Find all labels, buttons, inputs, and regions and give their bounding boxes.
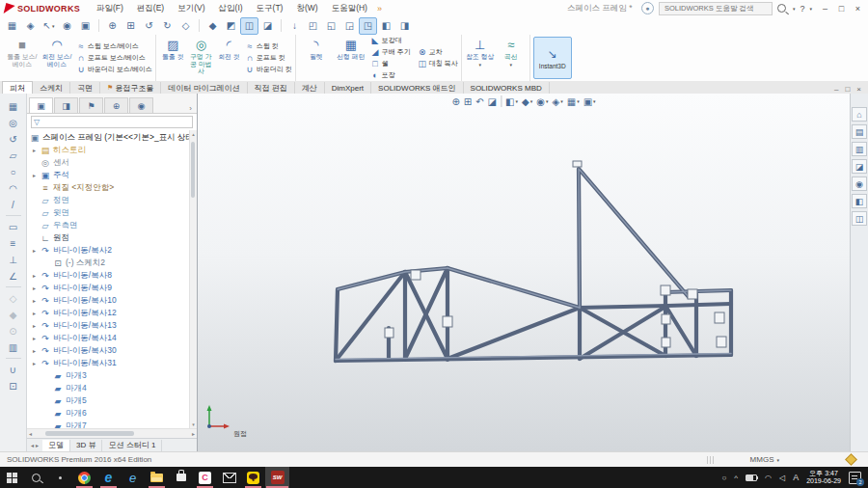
search-button[interactable] [24, 467, 48, 488]
sketch-icon[interactable]: ▦ [5, 98, 22, 114]
mirror-entities-icon[interactable]: ▥ [5, 339, 22, 355]
expand-arrow-icon[interactable]: ▸ [31, 297, 38, 304]
task-view-button[interactable] [48, 467, 72, 488]
design-library-icon[interactable]: ▤ [852, 124, 867, 139]
command-tab[interactable]: DimXpert [325, 82, 371, 94]
tree-horizontal-scrollbar[interactable]: ◂ ▸ [27, 428, 197, 438]
command-tab[interactable]: 곡면 [70, 82, 100, 94]
angle-dimension-icon[interactable]: ∠ [5, 268, 22, 284]
menu-pin-icon[interactable]: » [377, 4, 382, 14]
solidworks-forum-icon[interactable]: ◫ [852, 211, 867, 226]
tree-item[interactable]: ▰ 마개3 [27, 369, 197, 382]
model-viewport[interactable] [198, 94, 850, 451]
scrollbar-thumb[interactable] [191, 142, 195, 198]
wireframe-icon[interactable]: ◇▾ [176, 17, 195, 35]
ribbon-big-button[interactable]: ■돌출 보스/베이스 [5, 36, 40, 80]
zoom-area-icon[interactable]: ⊞▾ [122, 17, 140, 35]
ribbon-big-button[interactable]: ▨돌출 컷 [159, 36, 187, 80]
ribbon-big-button[interactable]: ◠회전 보스/베이스 [40, 36, 74, 80]
open-document-icon[interactable]: ◈▾ [21, 17, 40, 35]
menu-item[interactable]: 도움말(H) [325, 2, 374, 15]
tree-item[interactable]: ▸ ↷ 바디-이동/복사31 [27, 357, 197, 369]
tree-item[interactable]: ▸ ↷ 바디-이동/복사14 [27, 332, 197, 344]
bottom-tab[interactable]: 3D 뷰 [70, 440, 102, 451]
ribbon-small-button[interactable]: ⊗교차 [418, 47, 458, 57]
help-caret-icon[interactable]: ▾ [809, 6, 812, 12]
help-search-box[interactable] [659, 2, 773, 15]
menu-item[interactable]: 창(W) [289, 2, 324, 15]
text-tool-icon[interactable]: ⊡ [5, 378, 22, 393]
scroll-right-icon[interactable]: ▸ [192, 430, 195, 437]
custom-properties-icon[interactable]: ◧ [852, 194, 867, 208]
tree-item[interactable]: ▱ 우측면 [27, 219, 197, 231]
command-tab[interactable]: 직접 편집 [248, 82, 295, 94]
custom-properties-tag-icon[interactable] [845, 453, 857, 466]
ribbon-small-button[interactable]: ∪바운더리 보스/베이스 [76, 65, 152, 74]
view-front-icon[interactable]: ◰▾ [304, 17, 322, 35]
solidworks-taskbar-icon[interactable]: SW [265, 467, 289, 488]
ribbon-big-button[interactable]: ⊥참조 형상▾ [465, 36, 496, 80]
view-normal-to-icon[interactable]: ↓▾ [285, 17, 304, 35]
ribbon-big-button[interactable]: ◎구멍 가공 마법사 [187, 36, 215, 80]
c-app-icon[interactable]: C [193, 467, 217, 488]
ribbon-small-button[interactable]: ≈스윕 컷 [245, 41, 292, 51]
expand-arrow-icon[interactable]: ▸ [31, 285, 38, 291]
arc-tool-icon[interactable]: ◠ [5, 180, 22, 196]
graphics-area[interactable]: ⊕▾⊞▾↶▾◪▾◧▾◆▾◉▾◈▾▦▾▣▾ [198, 94, 850, 451]
tree-item[interactable]: ▸ ↷ 바디-이동/복사30 [27, 344, 197, 357]
tree-item[interactable]: ▱ 정면 [27, 194, 197, 206]
display-manager-tab[interactable]: ◉ [129, 97, 153, 113]
circle-tool-icon[interactable]: ○ [5, 164, 22, 179]
tree-item[interactable]: ▸ ↷ 바디-이동/복사8 [27, 269, 197, 282]
close-button[interactable]: × [850, 1, 866, 15]
menu-item[interactable]: 삽입(I) [212, 2, 250, 15]
maximize-button[interactable]: □ [833, 1, 850, 15]
linear-pattern-icon[interactable]: ≡ [5, 235, 22, 251]
ribbon-big-button[interactable]: ≈곡선▾ [496, 36, 527, 80]
tree-vertical-scrollbar[interactable]: ▴ ▾ [189, 130, 197, 428]
menu-item[interactable]: 도구(T) [250, 2, 290, 15]
scroll-up-icon[interactable]: ▴ [190, 131, 197, 137]
appearances-scenes-icon[interactable]: ◉ [852, 176, 867, 191]
select-tool-icon[interactable]: ↖▾ [40, 17, 58, 35]
smart-dimension-icon[interactable]: ◎ [5, 115, 22, 130]
spline-tool-icon[interactable]: ∪ [5, 362, 22, 377]
expand-arrow-icon[interactable]: ▸ [31, 247, 38, 254]
tree-item[interactable]: ≡ 재질 <지정안함> [27, 181, 197, 194]
expand-arrow-icon[interactable]: ▸ [31, 272, 38, 279]
taskbar-clock[interactable]: 오후 3:47 2019-06-29 [806, 470, 841, 485]
shaded-icon[interactable]: ◆▾ [203, 17, 222, 35]
ribbon-small-button[interactable]: ◫대칭 복사 [418, 59, 458, 68]
expand-arrow-icon[interactable]: ▸ [31, 172, 38, 178]
rectangle-tool-icon[interactable]: ▭ [5, 219, 22, 234]
tree-item[interactable]: ⊡ (-) 스케치2 [27, 257, 197, 269]
chevron-right-icon[interactable]: › [186, 104, 195, 113]
ime-indicator[interactable]: A [793, 473, 799, 482]
login-icon[interactable]: ● [641, 2, 654, 14]
view-left-icon[interactable]: ◲▾ [340, 17, 359, 35]
ribbon-small-button[interactable]: ≈스윕 보스/베이스 [76, 41, 152, 51]
expand-arrow-icon[interactable]: ▸ [31, 147, 38, 153]
hidden-icons-chevron[interactable]: ^ [734, 474, 738, 482]
rotate-view-icon[interactable]: ↻▾ [158, 17, 176, 35]
tree-item[interactable]: ▸ ▤ 히스토리 [27, 144, 197, 156]
tree-item[interactable]: ▸ ↷ 바디-이동/복사12 [27, 307, 197, 319]
ribbon-small-button[interactable]: ◣보강대 [370, 36, 411, 45]
battery-icon[interactable] [746, 474, 757, 481]
ribbon-small-button[interactable]: ◐포장 [370, 70, 411, 80]
scrollbar-thumb[interactable] [45, 431, 134, 436]
search-icon[interactable] [777, 4, 786, 13]
tree-item[interactable]: ∟ 원점 [27, 231, 197, 244]
command-tab[interactable]: SOLIDWORKS 애드인 [371, 82, 463, 94]
expand-arrow-icon[interactable]: ▸ [31, 360, 38, 366]
ribbon-big-button[interactable]: ◝필렛 [299, 36, 334, 80]
command-tab[interactable]: ⚑용접구조물 [100, 82, 161, 94]
doc-restore-button[interactable]: □ [845, 85, 850, 94]
tab-nav-arrows[interactable]: ◂ ▸ [27, 442, 42, 448]
menu-item[interactable]: 편집(E) [130, 2, 171, 15]
file-explorer-icon[interactable]: ▥ [852, 142, 867, 156]
action-center-icon[interactable]: 2 [849, 472, 861, 484]
view-right-icon[interactable]: ◳▾ [359, 17, 377, 35]
tree-item[interactable]: ▸ ↷ 바디-이동/복사10 [27, 294, 197, 307]
tree-item[interactable]: ▸ ↷ 바디-이동/복사13 [27, 319, 197, 332]
